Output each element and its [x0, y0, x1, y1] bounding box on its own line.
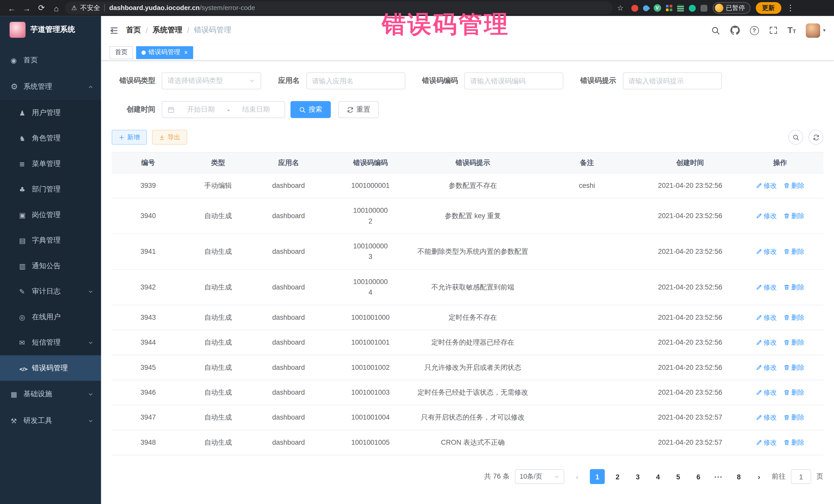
delete-link[interactable]: 删除: [783, 337, 805, 348]
edit-link[interactable]: 修改: [755, 312, 777, 323]
reset-button[interactable]: 重置: [338, 101, 379, 118]
delete-link[interactable]: 删除: [783, 363, 805, 373]
help-icon[interactable]: ?: [750, 26, 759, 35]
edit-link[interactable]: 修改: [755, 282, 777, 292]
github-icon[interactable]: [730, 25, 740, 35]
page-button[interactable]: 8: [731, 469, 746, 484]
page-button[interactable]: 6: [691, 469, 706, 484]
fullscreen-icon[interactable]: [769, 26, 777, 35]
menu-item[interactable]: 岗位管理: [0, 202, 101, 227]
delete-link[interactable]: 删除: [783, 211, 805, 221]
add-button[interactable]: 新增: [112, 130, 147, 145]
profile-paused-chip[interactable]: 已暂停: [712, 2, 750, 14]
delete-link[interactable]: 删除: [783, 437, 805, 448]
export-button[interactable]: 导出: [152, 130, 187, 145]
menu-item-icon: [10, 390, 23, 398]
edit-link[interactable]: 修改: [755, 180, 777, 191]
delete-link[interactable]: 删除: [783, 180, 805, 191]
extension-adblock-icon[interactable]: [631, 5, 638, 12]
error-hint-input[interactable]: [622, 72, 722, 89]
page-button[interactable]: 4: [651, 469, 665, 484]
menu-item[interactable]: 角色管理: [0, 126, 101, 151]
extension-leaf-icon[interactable]: [688, 5, 696, 12]
extension-grid-icon[interactable]: [666, 5, 672, 11]
cell-type: 自动生成: [184, 275, 251, 300]
font-size-icon[interactable]: TT: [788, 26, 796, 35]
extensions-puzzle-icon[interactable]: [700, 5, 707, 12]
bookmark-star-icon[interactable]: ☆: [617, 4, 623, 12]
extension-vue-devtools-icon[interactable]: V: [653, 4, 661, 12]
sidebar-toggle-icon[interactable]: [110, 26, 118, 35]
browser-menu-icon[interactable]: ⋮: [787, 3, 794, 13]
menu-item[interactable]: 短信管理: [0, 330, 101, 355]
user-avatar[interactable]: [806, 23, 820, 38]
refresh-table-button[interactable]: [809, 130, 824, 145]
refresh-icon: [812, 134, 819, 140]
menu-item-icon: [19, 338, 32, 346]
goto-page-input[interactable]: [791, 469, 811, 484]
edit-link[interactable]: 修改: [755, 387, 777, 398]
tab-item[interactable]: 错误码管理 ×: [136, 46, 193, 59]
extension-drop-icon[interactable]: [641, 4, 650, 12]
menu-item[interactable]: 系统管理: [0, 73, 101, 100]
menu-item[interactable]: 通知公告: [0, 253, 101, 279]
app-name-input[interactable]: [306, 72, 405, 89]
start-date-placeholder[interactable]: 开始日期: [178, 105, 224, 114]
edit-link[interactable]: 修改: [755, 437, 777, 448]
menu-item[interactable]: 在线用户: [0, 304, 101, 330]
page-size-select[interactable]: 10条/页: [515, 469, 564, 484]
user-menu[interactable]: ▾: [806, 23, 826, 38]
edit-link[interactable]: 修改: [755, 412, 777, 423]
delete-link[interactable]: 删除: [783, 312, 805, 323]
error-code-input[interactable]: [464, 72, 563, 89]
forward-button[interactable]: →: [20, 3, 33, 12]
toggle-search-button[interactable]: [788, 130, 803, 145]
delete-link[interactable]: 删除: [783, 246, 805, 257]
breadcrumb-item-system[interactable]: 系统管理: [153, 25, 182, 35]
extension-sheet-icon[interactable]: [677, 5, 684, 12]
cell-app: dashboard: [251, 275, 325, 300]
page-button[interactable]: 3: [630, 469, 645, 484]
delete-link[interactable]: 删除: [783, 387, 805, 398]
menu-item[interactable]: 部门管理: [0, 177, 101, 202]
reload-button[interactable]: ⟳: [35, 3, 48, 13]
page-button[interactable]: 5: [671, 469, 686, 484]
update-button[interactable]: 更新: [755, 2, 781, 14]
home-button[interactable]: ⌂: [50, 3, 63, 12]
edit-icon: [755, 339, 762, 346]
delete-link[interactable]: 删除: [783, 412, 805, 423]
cell-msg: 不能删除类型为系统内置的参数配置: [415, 239, 530, 264]
menu-item[interactable]: 研发工具: [0, 408, 101, 434]
menu-item[interactable]: 首页: [0, 47, 101, 73]
menu-item[interactable]: 用户管理: [0, 100, 101, 126]
edit-link[interactable]: 修改: [755, 211, 777, 221]
page-button[interactable]: 2: [610, 469, 625, 484]
menu-item[interactable]: 基础设施: [0, 381, 101, 408]
end-date-placeholder[interactable]: 结束日期: [233, 105, 279, 114]
menu-item[interactable]: 错误码管理: [0, 355, 101, 381]
delete-link[interactable]: 删除: [783, 282, 805, 292]
edit-link[interactable]: 修改: [755, 337, 777, 348]
edit-link[interactable]: 修改: [755, 363, 777, 373]
prev-page-button[interactable]: ‹: [570, 469, 585, 484]
error-type-select[interactable]: 请选择错误码类型: [162, 72, 261, 89]
address-bar[interactable]: ⚠ 不安全 dashboard.yudao.iocoder.cn/system/…: [65, 2, 613, 14]
menu-item[interactable]: 菜单管理: [0, 151, 101, 177]
next-page-button[interactable]: ›: [752, 469, 767, 484]
app-logo[interactable]: 芋道管理系统: [0, 16, 101, 44]
back-button[interactable]: ←: [5, 3, 18, 12]
tab-item[interactable]: 首页 ×: [110, 46, 133, 59]
menu-item[interactable]: 字典管理: [0, 227, 101, 253]
table-toolbar: 新增 导出: [112, 130, 823, 145]
tab-close-icon[interactable]: ×: [184, 49, 188, 56]
page-button[interactable]: 1: [590, 469, 605, 484]
search-button[interactable]: 搜索: [290, 101, 331, 118]
page-button[interactable]: ···: [711, 469, 726, 484]
breadcrumb-item-home[interactable]: 首页: [126, 25, 141, 35]
date-range-picker[interactable]: 开始日期 - 结束日期: [162, 101, 285, 118]
menu-item[interactable]: 审计日志: [0, 279, 101, 304]
search-icon[interactable]: [711, 26, 720, 35]
table-row: 3939 手动编辑 dashboard 1001000001 参数配置不存在 c…: [112, 174, 823, 198]
edit-link[interactable]: 修改: [755, 246, 777, 257]
security-status[interactable]: ⚠ 不安全: [71, 3, 100, 12]
